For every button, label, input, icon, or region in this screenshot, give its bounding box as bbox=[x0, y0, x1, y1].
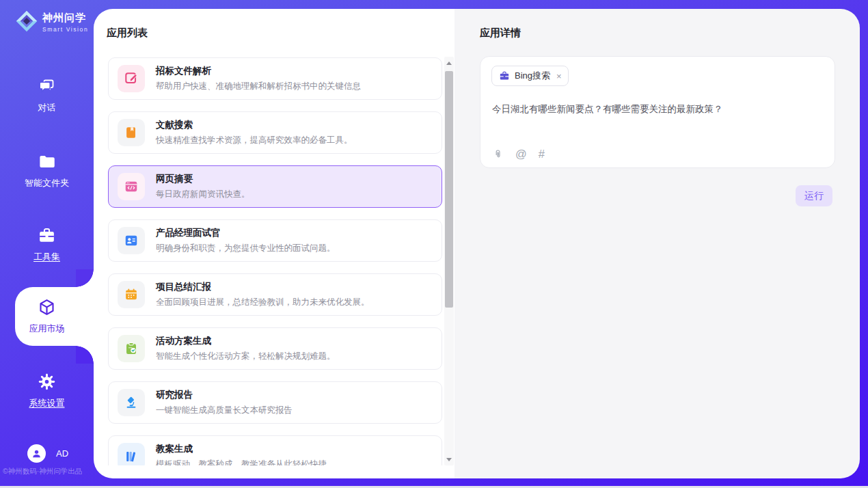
gear-icon bbox=[38, 372, 56, 391]
app-card-title: 招标文件解析 bbox=[156, 65, 361, 77]
sidebar-item-folders[interactable]: 智能文件夹 bbox=[0, 152, 94, 189]
calendar-icon bbox=[124, 287, 139, 302]
book-icon bbox=[124, 125, 139, 140]
app-card[interactable]: 活动方案生成 智能生成个性化活动方案，轻松解决规划难题。 bbox=[108, 327, 442, 370]
close-icon[interactable]: × bbox=[556, 72, 562, 81]
query-input[interactable]: 今日湖北有哪些新闻要点？有哪些需要关注的最新政策？ bbox=[492, 103, 821, 116]
app-list-title: 应用列表 bbox=[107, 27, 148, 40]
sidebar: 神州问学 Smart Vision 对话 智能文件夹 工具集 应用市场 系统设置… bbox=[0, 0, 94, 486]
app-card[interactable]: 项目总结汇报 全面回顾项目进展，总结经验教训，助力未来优化发展。 bbox=[108, 273, 442, 316]
app-card-desc: 明确身份和职责，为您提供专业性的面试问题。 bbox=[156, 243, 336, 254]
books-icon bbox=[124, 449, 139, 464]
scrollbar-thumb[interactable] bbox=[445, 71, 453, 308]
app-card-title: 项目总结汇报 bbox=[156, 281, 370, 293]
app-card[interactable]: 研究报告 一键智能生成高质量长文本研究报告 bbox=[108, 381, 442, 424]
webpage-icon bbox=[124, 179, 139, 194]
app-card-desc: 智能生成个性化活动方案，轻松解决规划难题。 bbox=[156, 351, 336, 362]
interviewer-icon bbox=[124, 233, 139, 248]
attachment-toolbar: @# bbox=[492, 148, 545, 160]
scroll-up-icon[interactable] bbox=[444, 58, 454, 68]
app-card-desc: 模板驱动，教案秒成，教学准备从此轻松快捷 bbox=[156, 459, 327, 465]
app-card-desc: 快速精准查找学术资源，提高研究效率的必备工具。 bbox=[156, 135, 353, 146]
app-card-desc: 每日政府新闻资讯快查。 bbox=[156, 189, 250, 200]
avatar[interactable] bbox=[27, 444, 46, 463]
app-list-scrollbar[interactable] bbox=[444, 57, 454, 465]
cube-icon bbox=[38, 298, 56, 316]
app-detail-title: 应用详情 bbox=[480, 27, 521, 40]
copyright-text: ©神州数码·神州问学出品 bbox=[3, 467, 94, 476]
folder-icon bbox=[38, 152, 56, 171]
logo-title: 神州问学 bbox=[42, 12, 86, 23]
toolbox-icon bbox=[38, 226, 56, 245]
logo-subtitle: Smart Vision bbox=[42, 26, 88, 33]
app-list: 招标文件解析 帮助用户快速、准确地理解和解析招标书中的关键信息 文献搜索 快速精… bbox=[108, 57, 442, 465]
document-edit-icon bbox=[124, 71, 139, 86]
app-card-title: 活动方案生成 bbox=[156, 335, 336, 347]
chat-icon bbox=[38, 77, 56, 96]
research-icon bbox=[124, 395, 139, 410]
app-card-title: 研究报告 bbox=[156, 389, 293, 401]
app-card-desc: 全面回顾项目进展，总结经验教训，助力未来优化发展。 bbox=[156, 297, 370, 308]
app-card[interactable]: 产品经理面试官 明确身份和职责，为您提供专业性的面试问题。 bbox=[108, 219, 442, 262]
tool-tag-label: Bing搜索 bbox=[515, 70, 550, 82]
app-logo: 神州问学 Smart Vision bbox=[15, 10, 88, 34]
logo-gem-icon bbox=[15, 10, 38, 34]
app-card[interactable]: 网页摘要 每日政府新闻资讯快查。 bbox=[108, 165, 442, 208]
clipboard-check-icon bbox=[124, 341, 139, 356]
app-card-desc: 帮助用户快速、准确地理解和解析招标书中的关键信息 bbox=[156, 81, 361, 92]
briefcase-icon bbox=[499, 70, 510, 81]
hash-icon[interactable]: # bbox=[539, 148, 545, 160]
app-card-title: 教案生成 bbox=[156, 443, 327, 455]
app-card[interactable]: 招标文件解析 帮助用户快速、准确地理解和解析招标书中的关键信息 bbox=[108, 57, 442, 100]
paperclip-icon[interactable] bbox=[492, 148, 504, 160]
app-card-desc: 一键智能生成高质量长文本研究报告 bbox=[156, 405, 293, 416]
sidebar-item-toolset[interactable]: 工具集 bbox=[0, 226, 94, 263]
user-initials: AD bbox=[56, 448, 68, 459]
app-card[interactable]: 教案生成 模板驱动，教案秒成，教学准备从此轻松快捷 bbox=[108, 435, 442, 465]
main-content: 应用列表 招标文件解析 帮助用户快速、准确地理解和解析招标书中的关键信息 文献搜… bbox=[94, 9, 860, 478]
app-detail-panel: 应用详情 Bing搜索 × 今日湖北有哪些新闻要点？有哪些需要关注的最新政策？ … bbox=[455, 9, 860, 478]
prompt-card: Bing搜索 × 今日湖北有哪些新闻要点？有哪些需要关注的最新政策？ @# bbox=[480, 56, 835, 168]
user-avatar-icon bbox=[30, 447, 43, 460]
tool-tag-bing: Bing搜索 × bbox=[491, 66, 569, 86]
app-card-title: 网页摘要 bbox=[156, 173, 250, 185]
sidebar-item-settings[interactable]: 系统设置 bbox=[0, 372, 94, 409]
sidebar-item-chat[interactable]: 对话 bbox=[0, 77, 94, 114]
run-button[interactable]: 运行 bbox=[796, 185, 832, 206]
user-section: AD bbox=[27, 444, 68, 463]
app-card-title: 产品经理面试官 bbox=[156, 227, 336, 239]
app-card[interactable]: 文献搜索 快速精准查找学术资源，提高研究效率的必备工具。 bbox=[108, 111, 442, 154]
app-card-title: 文献搜索 bbox=[156, 119, 353, 131]
scroll-down-icon[interactable] bbox=[444, 455, 454, 464]
app-list-panel: 应用列表 招标文件解析 帮助用户快速、准确地理解和解析招标书中的关键信息 文献搜… bbox=[94, 9, 455, 478]
sidebar-item-app-market[interactable]: 应用市场 bbox=[0, 298, 94, 335]
at-icon[interactable]: @ bbox=[515, 148, 527, 160]
